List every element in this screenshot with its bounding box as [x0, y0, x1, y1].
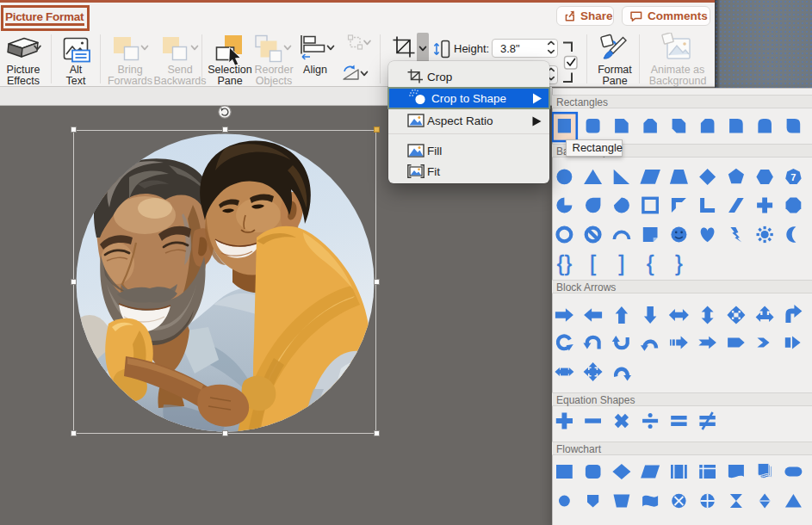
svg-text:]: ]	[618, 251, 624, 275]
svg-text:{: {	[647, 251, 654, 275]
svg-text:{: {	[557, 251, 564, 275]
svg-text:}: }	[675, 251, 682, 275]
svg-text:[: [	[590, 251, 596, 275]
svg-text:7: 7	[790, 172, 796, 182]
svg-text:}: }	[565, 251, 572, 275]
